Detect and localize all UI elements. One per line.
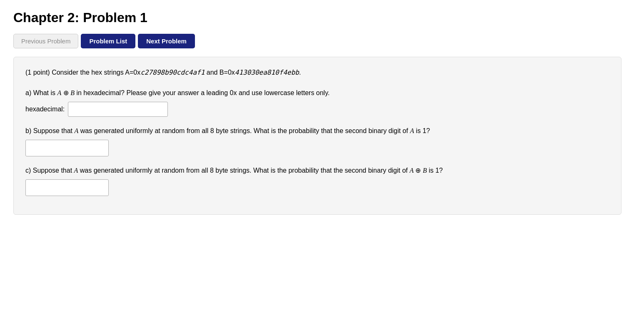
- part-c-question: c) Suppose that A was generated uniforml…: [25, 165, 609, 176]
- next-problem-button[interactable]: Next Problem: [138, 34, 195, 48]
- part-a-input[interactable]: [68, 102, 168, 117]
- part-a: a) What is A ⊕ B in hexadecimal? Please …: [25, 87, 609, 117]
- part-b: b) Suppose that A was generated uniforml…: [25, 125, 609, 156]
- part-a-question: a) What is A ⊕ B in hexadecimal? Please …: [25, 87, 609, 98]
- part-a-input-row: hexadecimal:: [25, 102, 609, 117]
- previous-problem-button[interactable]: Previous Problem: [13, 34, 78, 48]
- problem-box: (1 point) Consider the hex strings A=0xc…: [13, 57, 622, 215]
- part-b-question: b) Suppose that A was generated uniforml…: [25, 125, 609, 136]
- page-title: Chapter 2: Problem 1: [13, 10, 631, 25]
- problem-list-button[interactable]: Problem List: [81, 34, 135, 48]
- problem-intro: (1 point) Consider the hex strings A=0xc…: [25, 67, 609, 78]
- nav-buttons: Previous Problem Problem List Next Probl…: [13, 34, 631, 48]
- part-a-label: hexadecimal:: [25, 106, 65, 113]
- part-b-input[interactable]: [25, 140, 109, 156]
- part-c: c) Suppose that A was generated uniforml…: [25, 165, 609, 196]
- part-c-input[interactable]: [25, 179, 109, 196]
